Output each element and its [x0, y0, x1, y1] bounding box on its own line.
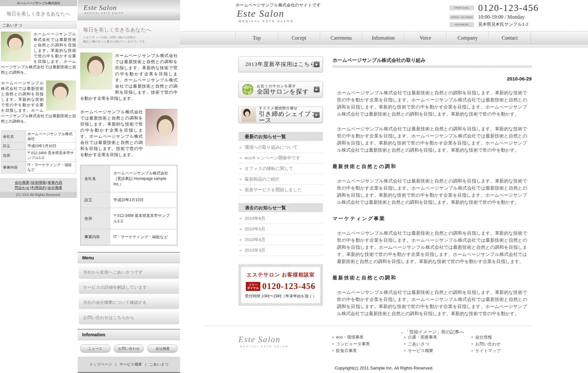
archive-item-label: 2010年4月	[245, 237, 265, 242]
archive-item[interactable]: »2010年5月	[238, 224, 323, 235]
news-item[interactable]: »環境への取り組みについて	[238, 142, 323, 153]
archive-item[interactable]: »2010年6月	[238, 213, 323, 224]
news-button[interactable]: ニュース	[80, 344, 111, 353]
footer-link-terms[interactable]: 利用規約	[30, 186, 46, 190]
tablet-infomation-heading: Infomation	[78, 329, 180, 340]
footer-link-business[interactable]: 事業内容	[46, 181, 63, 184]
nav-top[interactable]: Top	[236, 32, 278, 44]
contact-button[interactable]: お問い合わせ	[114, 344, 144, 353]
archive-item[interactable]: »2010年4月	[238, 235, 323, 245]
shape-course-button[interactable]: オススメ燃焼部分痩せ 引き締めシェイプコース ▶	[238, 107, 323, 123]
news-item[interactable]: »最新商品のご紹介	[238, 174, 323, 185]
tablet-header: Este Salon MEDICAL ESTE SALON	[78, 0, 180, 20]
latest-news-heading: 最新のお知らせ一覧	[238, 132, 323, 141]
nav-contact[interactable]: Contact	[489, 32, 531, 44]
article-paragraph: ホームページサンプル株式会社では最新技術と自然との調和を目指します。革新的な技術…	[337, 289, 527, 317]
footer-link-label: サービス概要	[408, 348, 433, 353]
tagline-sub-line2: 幅広い層の方々に愛され続けているサロンです。	[83, 40, 180, 44]
bullet-icon: ●	[471, 342, 473, 345]
article-subheading: 最新技術と自然との調和	[333, 275, 532, 281]
article-subheading: 最新技術と自然との調和	[333, 163, 532, 170]
footer-link[interactable]: ●会社情報	[471, 334, 501, 340]
footer-link[interactable]: ●お問い合わせ	[471, 340, 501, 347]
chevron-right-icon: »	[239, 155, 242, 160]
consultation-title: エステサロン お客様相談室	[242, 272, 319, 278]
footer-link[interactable]: ●飲食店事業	[332, 347, 370, 354]
news-item-label: 最新商品のご紹介	[245, 177, 280, 182]
este-salon-logo[interactable]: Este Salon MEDICAL ESTE SALON	[237, 8, 294, 23]
tablet-tagline-band: 毎日を美しく生きるあなたへ クオリティーの高い空間と確かな技術が 幅広い層の方々…	[78, 20, 180, 48]
news-item-label: オフィスの移転に関して	[245, 166, 293, 171]
menu-item-service[interactable]: サービスの詳細を解説しています	[79, 281, 179, 294]
article-date: 2010-06-29	[333, 76, 532, 81]
footer-link[interactable]: ●eco・環境事業	[332, 334, 370, 340]
woman-photo	[80, 52, 112, 90]
tagline-sub-line1: クオリティーの高い空間と確かな技術が	[83, 35, 180, 40]
shape-course-large-label: 引き締めシェイプコース	[259, 111, 323, 124]
footer-link-top[interactable]: トップページ	[89, 362, 112, 366]
news-item[interactable]: »ecoキャンペーン開催中です	[238, 153, 323, 163]
desktop-view: ホームページサンプル株式会社のサイトです Este Salon MEDICAL …	[180, 0, 588, 373]
article-paragraph: ホームページサンプル株式会社では最新技術と自然との調和を目指します。革新的な技術…	[337, 125, 527, 154]
article: ホームページサンプル株式会社の取り組み 2010-06-29 ホームページサンプ…	[333, 57, 532, 335]
footer-link-tech[interactable]: 技術情報	[30, 181, 46, 184]
footer-link-company[interactable]: 会社概要	[15, 181, 30, 184]
title-divider	[333, 65, 532, 68]
footer-link-company2[interactable]: 会社概要	[46, 186, 63, 190]
tablet-menu-heading: Menu	[78, 252, 180, 263]
footer-link-label: ごあいさつ	[408, 341, 429, 346]
bullet-icon: ●	[404, 336, 406, 339]
este-salon-logo[interactable]: Este Salon	[83, 4, 180, 12]
table-value: 〒012-3456 見本県見本市サンプル1-2	[110, 208, 177, 229]
footer-link[interactable]: ●介護・医療事業	[404, 334, 437, 340]
news-item[interactable]: »新規サービスを開始しました	[238, 185, 323, 195]
nav-concept[interactable]: Cocept	[278, 32, 320, 44]
chevron-right-icon: »	[239, 177, 242, 182]
nav-shadow-strip	[180, 45, 588, 48]
footer-link-column-1: ●eco・環境事業 ●コンピュータ事業 ●飲食店事業	[332, 334, 370, 354]
company-button[interactable]: 会社概要	[147, 344, 178, 353]
table-value: IT・マーケティング・福祉など	[110, 229, 177, 245]
logo-script-text: Este Salon	[238, 335, 289, 344]
footer-link[interactable]: ●コンピュータ事業	[332, 340, 370, 347]
salon-search-button[interactable]: お近くのサロンを探す 全国サロンを探す ▶	[238, 81, 323, 98]
article-title: ホームページサンプル株式会社の取り組み	[333, 57, 532, 63]
tablet-intro-block-1: ホームページサンプル株式会社では最新技術と自然との調和を目指します。革新的な技術…	[78, 48, 180, 105]
recruit-banner-button[interactable]: 2013年度新卒採用はこちら ▶	[238, 56, 323, 72]
table-label: 会社名	[1, 131, 26, 143]
logo-subtitle: MEDICAL ESTE SALON	[239, 20, 294, 23]
menu-item-contact[interactable]: お問い合わせはこちらから	[79, 312, 179, 324]
consultation-hours: 受付時間 10時〜19時（年末年始を除く）	[242, 294, 319, 299]
phone-company-table: 会社名 ホームページサンプル株式会社 設立 平成10年1月10日 住所 〒012…	[1, 130, 76, 173]
nav-company[interactable]: Company	[447, 32, 489, 44]
menu-item-greeting[interactable]: 当社から皆様へごあいさつです	[79, 266, 179, 278]
menu-item-company[interactable]: 当社の会社概要について確認する	[79, 296, 179, 309]
footer-link[interactable]: ●ごあいさつ	[404, 340, 437, 347]
nav-voice[interactable]: Voice	[404, 32, 447, 44]
phone-footer-links-row-2: 問合わせ利用規約会社概要	[0, 185, 77, 190]
footer-link-label: eco・環境事業	[336, 335, 364, 340]
nav-caremenu[interactable]: Caremenu	[320, 32, 362, 44]
footer-link[interactable]: ●サイトマップ	[471, 347, 501, 354]
chevron-right-icon: »	[239, 237, 242, 242]
archive-item[interactable]: »2010年3月	[238, 245, 323, 256]
article-paragraph: ホームページサンプル株式会社では最新技術と自然との調和を目指します。革新的な技術…	[337, 89, 527, 117]
site-description: ホームページサンプル株式会社のサイトです	[236, 2, 321, 8]
table-row: 事業内容 IT・マーケティング・福祉など	[1, 162, 76, 173]
news-item-label: 新規サービスを開始しました	[245, 187, 302, 192]
footer-link-greeting[interactable]: ごあいさつ	[142, 362, 169, 366]
archive-item-label: 2010年5月	[245, 227, 265, 231]
bullet-icon: ●	[471, 349, 473, 352]
footer-link-label: 飲食店事業	[336, 348, 357, 353]
footer-link[interactable]: ●サービス概要	[404, 347, 437, 354]
phone-tagline: 毎日を美しく生きるあなたへ	[0, 11, 77, 17]
badge-line-1: フリー	[247, 283, 259, 286]
phone-copyright: (C) XXX All Rights Reseved.	[0, 192, 77, 198]
article-subheading: マーケティング事業	[333, 216, 532, 222]
news-item[interactable]: »オフィスの移転に関して	[238, 163, 323, 174]
footer-link-contact[interactable]: 問合わせ	[14, 186, 30, 190]
footer-link-service[interactable]: サービス概要	[112, 362, 142, 366]
phone-footer-links: 会社概要技術情報事業内容 問合わせ利用規約会社概要	[0, 178, 77, 192]
article-paragraph: ホームページサンプル株式会社では最新技術と自然との調和を目指します。革新的な技術…	[337, 177, 527, 206]
nav-infomation[interactable]: Infomation	[362, 32, 405, 44]
